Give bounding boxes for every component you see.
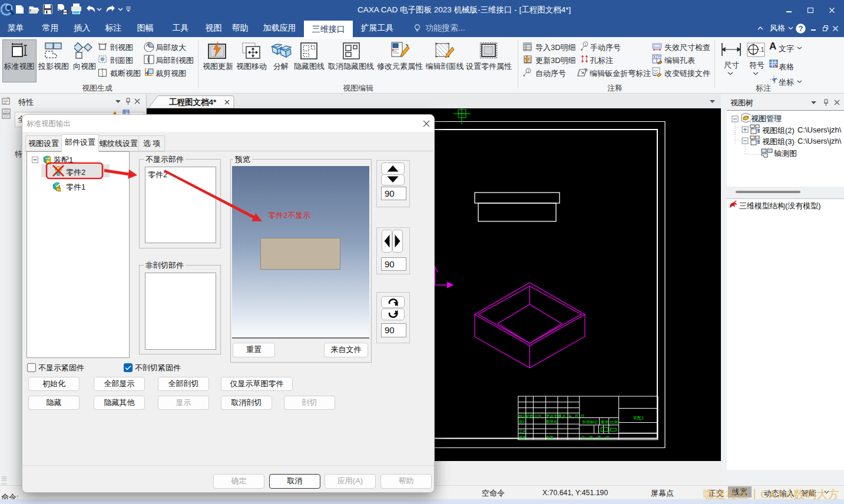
svg-text:阶段标记: 阶段标记 [582, 420, 598, 425]
svg-text:装配1: 装配1 [633, 416, 644, 420]
svg-text:?: ? [799, 25, 803, 33]
svg-text:标准化: 标准化 [545, 419, 558, 424]
svg-text:张: 张 [605, 435, 610, 440]
svg-text:重量: 重量 [601, 420, 609, 425]
svg-text:设计: 设计 [519, 419, 527, 424]
svg-text:第: 第 [597, 435, 601, 440]
svg-text:30: 30 [585, 68, 588, 72]
svg-text:工艺: 工艺 [519, 429, 527, 434]
svg-text:共: 共 [581, 435, 585, 440]
svg-text:1: 1 [528, 69, 530, 73]
svg-text:.1: .1 [759, 47, 764, 53]
svg-text:分区: 分区 [534, 414, 542, 419]
svg-text:X: X [653, 55, 656, 59]
svg-text:会签: 会签 [546, 435, 554, 440]
svg-text:比例: 比例 [610, 420, 618, 425]
svg-text:A: A [146, 42, 150, 48]
svg-text:张: 张 [589, 435, 593, 440]
svg-text:批准: 批准 [519, 435, 527, 440]
svg-text:1: 1 [584, 42, 587, 47]
svg-text:年.月.日: 年.月.日 [568, 414, 584, 419]
svg-text:处数: 处数 [526, 414, 534, 419]
svg-text:签名: 签名 [558, 414, 566, 419]
svg-text:Y: Y [658, 55, 661, 59]
